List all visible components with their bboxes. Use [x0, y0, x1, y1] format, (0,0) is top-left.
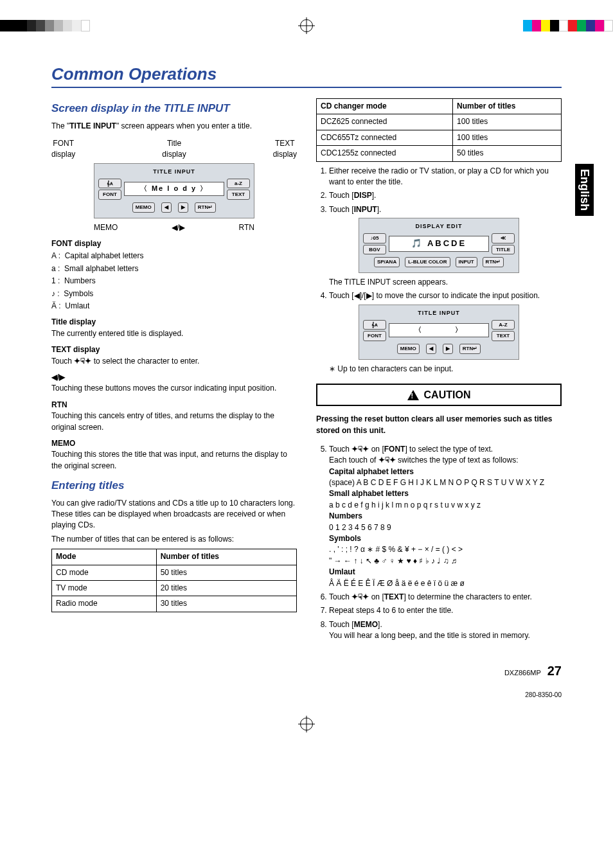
heading-entering-titles: Entering titles [51, 478, 297, 494]
entering-p2: The number of titles that can be entered… [51, 534, 297, 545]
up-to-ten-note: ∗ Up to ten characters can be input. [329, 364, 562, 375]
model-number: DXZ866MP [504, 669, 541, 677]
caution-box: CAUTION [316, 384, 562, 406]
after-shot2-text: The TITLE INPUT screen appears. [329, 277, 562, 288]
step-7: Repeat steps 4 to 6 to enter the title. [329, 605, 562, 616]
step-1: Either receive the radio or TV station, … [329, 166, 562, 188]
changer-titles-table: CD changer modeNumber of titles DCZ625 c… [316, 98, 562, 162]
text-display-heading: TEXT display [51, 344, 297, 355]
font-display-heading: FONT display [51, 238, 297, 249]
title-display-heading: Title display [51, 317, 297, 328]
display-edit-screenshot: DISPLAY EDIT ♪05 BGV 🎵 ABCDE ≪ TITLE SP/… [359, 218, 519, 273]
diagram-bottom-labels: MEMO ◀/▶ RTN [94, 222, 254, 233]
print-registration-marks [0, 13, 613, 39]
font-display-list: A : Capital alphabet letters a : Small a… [51, 251, 297, 312]
color-bar-left [0, 20, 90, 31]
language-tab: English [575, 164, 594, 216]
diagram-top-labels: FONTdisplay Titledisplay TEXTdisplay [51, 138, 297, 161]
step-6: Touch ✦☟✦ on [TEXT] to determine the cha… [329, 592, 562, 603]
mode-titles-table: ModeNumber of titles CD mode50 titles TV… [51, 549, 297, 612]
warning-icon [407, 390, 419, 400]
rtn-body: Touching this cancels entry of titles, a… [51, 411, 297, 433]
step-8: Touch [MEMO]. You will hear a long beep,… [329, 619, 562, 642]
step-5: Touch ✦☟✦ on [FONT] to select the type o… [329, 444, 562, 589]
page-footer: DXZ866MP 27 [51, 664, 562, 678]
title-input-screenshot-1: TITLE INPUT 𝄞ᴀ FONT 〈 Me l o d y 〉 a-Z T… [94, 163, 254, 218]
color-bar-right [523, 20, 613, 31]
caution-body: Pressing the reset button clears all use… [316, 414, 562, 436]
steps-1-3: Either receive the radio or TV station, … [316, 166, 562, 216]
left-column: Screen display in the TITLE INPUT The "T… [51, 94, 297, 644]
part-number: 280-8350-00 [51, 691, 562, 698]
rtn-heading: RTN [51, 400, 297, 411]
registration-mark-icon [300, 19, 313, 32]
step-2: Touch [DISP]. [329, 190, 562, 201]
text-display-body: Touch ✦☟✦ to select the character to ent… [51, 356, 297, 367]
right-column: CD changer modeNumber of titles DCZ625 c… [316, 94, 562, 644]
title-display-body: The currently entered title is displayed… [51, 328, 297, 339]
heading-screen-display: Screen display in the TITLE INPUT [51, 101, 297, 117]
arrows-body: Touching these buttons moves the cursor … [51, 383, 297, 394]
entering-p1: You can give radio/TV stations and CDs a… [51, 498, 297, 531]
step-3: Touch [INPUT]. [329, 204, 562, 215]
step-4: Touch [◀]/[▶] to move the cursor to indi… [316, 290, 562, 301]
screen-intro: The "TITLE INPUT" screen appears when yo… [51, 121, 297, 132]
memo-body: Touching this stores the title that was … [51, 449, 297, 472]
memo-heading: MEMO [51, 438, 297, 449]
registration-mark-bottom-icon [300, 718, 313, 731]
page-number: 27 [547, 664, 562, 678]
steps-5-8: Touch ✦☟✦ on [FONT] to select the type o… [316, 444, 562, 642]
section-title: Common Operations [51, 64, 562, 88]
arrows-heading: ◀/▶ [51, 372, 297, 383]
title-input-screenshot-2: TITLE INPUT 𝄞ᴀ FONT 〈 〉 A-Z TEXT MEMO ◀ [359, 305, 519, 360]
